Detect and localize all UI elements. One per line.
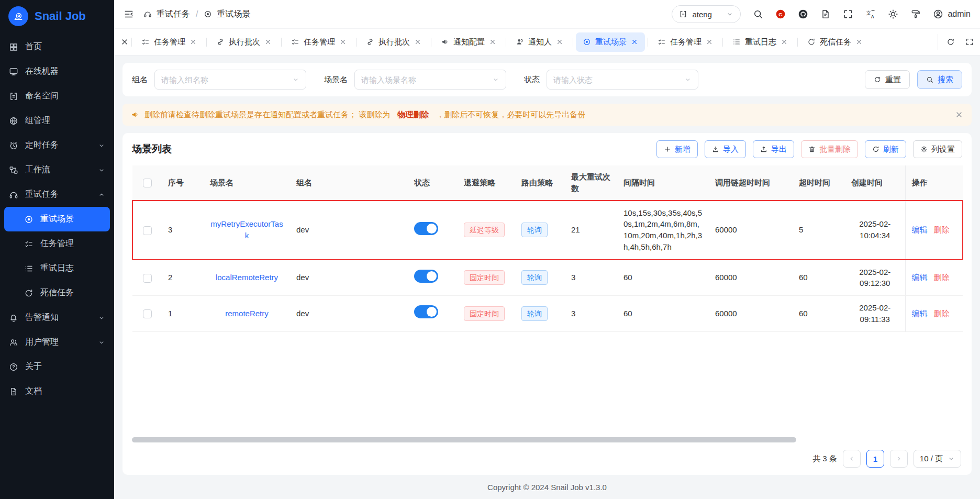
headphones-icon (9, 190, 18, 199)
status-select[interactable] (547, 70, 698, 90)
column-header: 组名 (290, 165, 408, 201)
sidebar-item-alarm-notify[interactable]: 告警通知 (0, 305, 114, 330)
sidebar-item-task-manage[interactable]: 任务管理 (0, 231, 114, 256)
refresh-icon[interactable] (946, 38, 955, 46)
github-icon[interactable] (798, 9, 808, 19)
tab-close-icon[interactable] (489, 38, 496, 46)
tab-bar: 任务管理 执行批次 任务管理 执行批次 (114, 28, 980, 56)
footer: Copyright © 2024 Snail Job v1.3.0 (114, 475, 980, 499)
scene-name-select[interactable] (354, 70, 506, 90)
breadcrumb-item[interactable]: 重试任务 (157, 9, 190, 20)
sidebar-item-label: 重试任务 (25, 189, 59, 200)
horizontal-scrollbar[interactable] (132, 437, 796, 442)
sidebar-item-retry-scene[interactable]: 重试场景 (4, 207, 110, 231)
tab-exec-batch-2[interactable]: 执行批次 (359, 32, 428, 52)
row-checkbox[interactable] (143, 226, 152, 235)
tab-notify-config[interactable]: 通知配置 (434, 32, 503, 52)
app-root: Snail Job 首页 在线机器 命名空间 组管理 定时任务 (0, 0, 980, 499)
sidebar-item-online-machines[interactable]: 在线机器 (0, 59, 114, 84)
gitee-icon[interactable]: G (775, 9, 786, 19)
sidebar-item-workflow[interactable]: 工作流 (0, 158, 114, 182)
scene-name-link[interactable]: remoteRetry (225, 309, 269, 318)
list-icon (24, 264, 34, 273)
expand-icon[interactable] (965, 38, 974, 46)
sidebar-item-home[interactable]: 首页 (0, 35, 114, 59)
theme-sun-icon[interactable] (888, 9, 898, 19)
column-header: 超时时间 (793, 165, 845, 201)
import-button[interactable]: 导入 (705, 140, 746, 158)
edit-link[interactable]: 编辑 (912, 309, 928, 318)
warning-text: ，删除后不可恢复，必要时可以先导出备份 (436, 110, 585, 120)
sidebar-item-docs[interactable]: 文档 (0, 379, 114, 404)
logo[interactable]: Snail Job (0, 0, 114, 32)
warning-text: 删除前请检查待删除重试场景是存在通知配置或者重试任务； 该删除为 (144, 110, 390, 120)
sidebar-item-user-manage[interactable]: 用户管理 (0, 330, 114, 354)
sidebar-item-group-manage[interactable]: 组管理 (0, 108, 114, 133)
tab-task-manage-2[interactable]: 任务管理 (284, 32, 353, 52)
search-button[interactable]: 搜索 (917, 70, 962, 89)
group-name-input[interactable] (161, 75, 289, 84)
next-page-button[interactable] (890, 450, 908, 468)
edit-link[interactable]: 编辑 (912, 225, 928, 234)
search-icon[interactable] (753, 9, 763, 19)
edit-link[interactable]: 编辑 (912, 273, 928, 282)
breadcrumb-item[interactable]: 重试场景 (217, 9, 250, 20)
theme-config-icon[interactable] (910, 9, 921, 19)
row-checkbox[interactable] (143, 274, 152, 283)
export-button[interactable]: 导出 (753, 140, 794, 158)
tab-close-icon[interactable] (414, 38, 421, 46)
reset-button[interactable]: 重置 (865, 70, 910, 89)
delete-link[interactable]: 删除 (934, 273, 950, 282)
docs-icon[interactable] (820, 9, 831, 19)
tab-exec-batch-1[interactable]: 执行批次 (209, 32, 279, 52)
sidebar-item-retry-log[interactable]: 重试日志 (0, 256, 114, 281)
tab-task-manage-1[interactable]: 任务管理 (135, 32, 204, 52)
delete-link[interactable]: 删除 (934, 225, 950, 234)
column-settings-button[interactable]: 列设置 (913, 140, 962, 158)
sidebar-item-about[interactable]: 关于 (0, 354, 114, 379)
status-toggle[interactable] (414, 270, 438, 283)
tab-notify-person[interactable]: 通知人 (509, 32, 570, 52)
workspace-select[interactable]: ateng (672, 5, 741, 23)
group-name-select[interactable] (154, 70, 306, 90)
tab-close-icon[interactable] (556, 38, 563, 46)
tab-close-icon[interactable] (706, 38, 713, 46)
select-all-checkbox[interactable] (143, 179, 152, 187)
prev-page-button[interactable] (843, 450, 861, 468)
sidebar-item-retry-task[interactable]: 重试任务 (0, 182, 114, 207)
batch-delete-button[interactable]: 批量删除 (801, 140, 858, 158)
tab-separator (431, 38, 431, 47)
scene-name-input[interactable] (361, 75, 489, 84)
tab-close-icon[interactable] (190, 38, 197, 46)
tab-dead-letter[interactable]: 死信任务 (800, 32, 870, 52)
tab-close-icon[interactable] (339, 38, 347, 46)
filter-label: 场景名 (324, 75, 348, 85)
status-toggle[interactable] (414, 305, 438, 318)
tab-retry-scene[interactable]: 重试场景 (576, 32, 645, 52)
add-button[interactable]: 新增 (656, 140, 698, 158)
close-tab-icon[interactable] (120, 38, 129, 46)
status-input[interactable] (553, 75, 681, 84)
sidebar-collapse-icon[interactable] (124, 9, 134, 19)
translate-icon[interactable]: 文A (865, 9, 876, 19)
scene-name-link[interactable]: localRemoteRetry (216, 273, 278, 282)
sidebar-item-namespace[interactable]: 命名空间 (0, 84, 114, 108)
refresh-button[interactable]: 刷新 (865, 140, 906, 158)
close-icon[interactable] (955, 110, 963, 119)
tab-close-icon[interactable] (264, 38, 272, 46)
row-checkbox[interactable] (143, 309, 152, 318)
tab-retry-log[interactable]: 重试日志 (726, 32, 795, 52)
page-size-select[interactable]: 10 / 页 (914, 450, 961, 468)
scene-name-link[interactable]: myRetryExecutorTask (210, 219, 283, 240)
delete-link[interactable]: 删除 (934, 309, 950, 318)
user-menu[interactable]: admin (933, 9, 971, 19)
sidebar-item-cron-task[interactable]: 定时任务 (0, 133, 114, 158)
tab-task-manage-3[interactable]: 任务管理 (651, 32, 720, 52)
tab-close-icon[interactable] (855, 38, 863, 46)
fullscreen-icon[interactable] (843, 9, 853, 19)
status-toggle[interactable] (414, 222, 438, 235)
sidebar-item-dead-letter[interactable]: 死信任务 (0, 281, 114, 305)
tab-close-icon[interactable] (631, 38, 638, 46)
tab-close-icon[interactable] (781, 38, 788, 46)
page-number-button[interactable]: 1 (866, 450, 884, 468)
